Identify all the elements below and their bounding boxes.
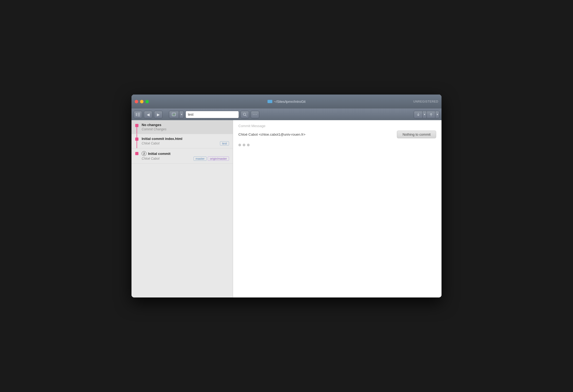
commit-item-initial-index[interactable]: Initial commit index.html Chloé Cabot te… xyxy=(131,134,233,148)
maximize-button[interactable] xyxy=(145,100,149,103)
commit-dropdown-button[interactable]: ▾ xyxy=(179,111,184,118)
pull-icon xyxy=(417,113,420,116)
graph-line xyxy=(137,134,137,148)
commit-number: 2 xyxy=(142,151,146,156)
branch-input[interactable] xyxy=(186,112,239,116)
commit-dot xyxy=(135,152,138,155)
pull-dropdown-button[interactable]: ▾ xyxy=(422,111,427,118)
back-button[interactable]: ◀ xyxy=(144,111,152,118)
loading-dots xyxy=(233,141,442,149)
commit-tags: test xyxy=(220,141,229,146)
branch-input-wrap xyxy=(185,111,239,118)
tag-origin-master: origin/master xyxy=(208,156,229,161)
commit-subtitle: Commit Changes xyxy=(142,127,229,131)
commit-list: No changes Commit Changes Initial commit… xyxy=(131,120,233,297)
commit-title: Initial commit index.html xyxy=(142,137,229,141)
commit-title: No changes xyxy=(142,123,229,127)
loading-dot-3 xyxy=(247,144,250,146)
commit-item-initial[interactable]: 2 Initial commit Chloé Cabot master orig… xyxy=(131,148,233,164)
pull-button[interactable] xyxy=(414,111,422,118)
commit-content: Initial commit index.html Chloé Cabot te… xyxy=(142,137,229,146)
close-button[interactable] xyxy=(135,100,138,103)
svg-rect-3 xyxy=(138,116,140,116)
commit-detail-panel: Commit Message Chloé Cabot <chloe.cabot1… xyxy=(233,120,442,297)
commit-button[interactable] xyxy=(169,111,179,118)
commit-author: Chloé Cabot xyxy=(142,142,160,145)
repo-icon xyxy=(268,100,272,103)
titlebar: ~/Sites/lpmn/IntroGit UNREGISTERED xyxy=(131,95,442,108)
traffic-lights xyxy=(135,100,149,103)
push-icon xyxy=(429,113,433,116)
tag-master: master xyxy=(193,156,207,161)
svg-line-6 xyxy=(246,115,247,116)
search-button[interactable] xyxy=(241,111,249,118)
commit-meta: Chloé Cabot master origin/master xyxy=(142,156,229,161)
commit-content: 2 Initial commit Chloé Cabot master orig… xyxy=(142,151,229,161)
toolbar: ◀ ▶ ▾ ··· xyxy=(131,108,442,120)
push-dropdown-button[interactable]: ▾ xyxy=(435,111,439,118)
nothing-to-commit-button[interactable]: Nothing to commit xyxy=(397,131,436,138)
svg-rect-0 xyxy=(136,113,137,116)
commit-content: No changes Commit Changes xyxy=(142,123,229,131)
graph-line xyxy=(137,126,137,134)
search-icon xyxy=(243,113,247,116)
commit-author: Chloé Cabot xyxy=(142,157,160,160)
registration-label: UNREGISTERED xyxy=(413,100,438,103)
window-title-area: ~/Sites/lpmn/IntroGit xyxy=(268,100,305,104)
commit-dot xyxy=(135,124,138,127)
pull-push-group: ▾ ▾ xyxy=(414,111,439,118)
sidebar-icon xyxy=(136,113,140,116)
svg-rect-2 xyxy=(138,114,140,115)
loading-dot-1 xyxy=(238,144,241,146)
commit-dot xyxy=(135,138,138,141)
commit-author-row: Chloé Cabot <chloe.cabot1@univ-rouen.fr>… xyxy=(233,131,442,141)
minimize-button[interactable] xyxy=(140,100,144,103)
commit-title: 2 Initial commit xyxy=(142,151,229,156)
more-button[interactable]: ··· xyxy=(251,111,259,118)
commit-title-text: Initial commit xyxy=(148,152,171,156)
commit-item-no-changes[interactable]: No changes Commit Changes xyxy=(131,120,233,134)
commit-message-label: Commit Message xyxy=(233,120,442,131)
commit-tags: master origin/master xyxy=(193,156,229,161)
sidebar-toggle-button[interactable] xyxy=(134,111,142,118)
app-window: ~/Sites/lpmn/IntroGit UNREGISTERED ◀ ▶ xyxy=(131,95,442,297)
svg-rect-1 xyxy=(138,113,140,113)
commit-button-group: ▾ xyxy=(169,111,184,118)
push-button[interactable] xyxy=(427,111,435,118)
loading-dot-2 xyxy=(243,144,245,146)
commit-meta: Chloé Cabot test xyxy=(142,141,229,146)
window-title: ~/Sites/lpmn/IntroGit xyxy=(274,100,305,104)
forward-button[interactable]: ▶ xyxy=(154,111,162,118)
main-content: No changes Commit Changes Initial commit… xyxy=(131,120,442,297)
commit-detail-author: Chloé Cabot <chloe.cabot1@univ-rouen.fr> xyxy=(238,132,305,136)
commit-icon xyxy=(172,113,176,116)
tag-test: test xyxy=(220,141,229,146)
